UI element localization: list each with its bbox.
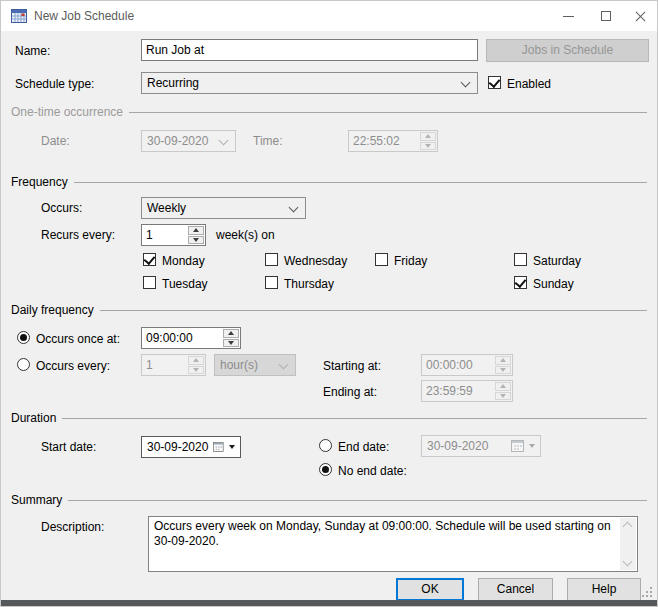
minimize-icon <box>563 16 574 17</box>
one-time-date-select: 30-09-2020 <box>141 130 236 152</box>
checkbox-monday-label: Monday <box>162 254 205 268</box>
minimize-button[interactable] <box>550 1 586 31</box>
checkbox-saturday-label: Saturday <box>533 254 581 268</box>
group-frequency-label: Frequency <box>11 175 68 189</box>
chevron-down-icon <box>289 203 299 213</box>
start-date-value: 30-09-2020 <box>147 440 208 454</box>
group-divider-line <box>68 500 647 501</box>
date-label: Date: <box>41 134 70 148</box>
description-textarea[interactable]: Occurs every week on Monday, Sunday at 0… <box>148 516 638 572</box>
occurs-once-time-value: 09:00:00 <box>146 331 193 345</box>
occurs-every-unit-value: hour(s) <box>220 358 258 372</box>
ok-button[interactable]: OK <box>396 578 464 601</box>
checkbox-friday-label: Friday <box>394 254 427 268</box>
occurs-label: Occurs: <box>41 201 82 215</box>
spin-up-button <box>188 356 204 365</box>
spin-down-button <box>495 366 511 375</box>
recurs-every-value: 1 <box>146 228 153 242</box>
scroll-down-icon <box>623 557 633 567</box>
starting-at-value: 00:00:00 <box>426 358 473 372</box>
chevron-down-icon <box>219 136 229 146</box>
group-daily-frequency-label: Daily frequency <box>11 303 94 317</box>
spin-down-button <box>420 142 436 151</box>
description-text: Occurs every week on Monday, Sunday at 0… <box>154 519 613 549</box>
arrow-down-icon <box>193 238 199 242</box>
checkbox-wednesday-label: Wednesday <box>284 254 347 268</box>
arrow-up-icon <box>500 358 506 362</box>
schedule-type-label: Schedule type: <box>15 77 94 91</box>
schedule-type-select[interactable]: Recurring <box>141 72 478 94</box>
checkbox-thursday[interactable] <box>265 276 278 289</box>
name-input[interactable] <box>141 39 478 61</box>
resize-grip[interactable] <box>650 595 652 597</box>
spin-up-button <box>495 356 511 365</box>
starting-at-spinner: 00:00:00 <box>421 354 513 376</box>
end-date-radio[interactable] <box>319 439 332 452</box>
arrow-down-icon <box>529 444 535 448</box>
spinner-buttons <box>495 382 511 400</box>
maximize-button[interactable] <box>588 1 624 31</box>
arrow-up-icon <box>228 331 234 335</box>
chevron-down-icon <box>279 360 289 370</box>
occurs-every-spinner: 1 <box>141 354 206 376</box>
ending-at-value: 23:59:59 <box>426 384 473 398</box>
new-job-schedule-dialog: New Job Schedule Name: Jobs in Schedule … <box>0 0 658 607</box>
occurs-once-radio[interactable] <box>17 331 30 344</box>
occurs-value: Weekly <box>147 201 186 215</box>
group-divider-line <box>129 112 647 113</box>
arrow-down-icon <box>193 368 199 372</box>
spin-up-button[interactable] <box>188 226 204 235</box>
group-one-time-occurrence: One-time occurrence <box>11 105 647 119</box>
recurs-every-spinner[interactable]: 1 <box>141 224 206 246</box>
title-bar[interactable]: New Job Schedule <box>1 1 657 31</box>
name-label: Name: <box>15 44 50 58</box>
spin-up-button[interactable] <box>223 329 239 338</box>
one-time-time-spinner: 22:55:02 <box>348 130 438 152</box>
spin-up-button <box>495 382 511 391</box>
occurs-every-radio[interactable] <box>17 358 30 371</box>
spinner-buttons <box>420 132 436 150</box>
arrow-up-icon <box>425 134 431 138</box>
spin-down-button[interactable] <box>188 236 204 245</box>
description-label: Description: <box>41 520 104 534</box>
group-frequency: Frequency <box>11 175 647 189</box>
occurs-select[interactable]: Weekly <box>141 197 306 219</box>
no-end-date-radio[interactable] <box>319 463 332 476</box>
checkbox-tuesday-label: Tuesday <box>162 277 208 291</box>
enabled-checkbox[interactable] <box>488 76 501 89</box>
checkbox-thursday-label: Thursday <box>284 277 334 291</box>
spinner-buttons[interactable] <box>188 226 204 244</box>
schedule-calendar-icon <box>11 8 27 24</box>
arrow-down-icon <box>500 394 506 398</box>
one-time-date-value: 30-09-2020 <box>147 134 208 148</box>
start-date-picker[interactable]: 30-09-2020 <box>141 436 241 458</box>
group-divider-line <box>100 310 647 311</box>
checkbox-friday[interactable] <box>375 253 388 266</box>
checkbox-sunday[interactable] <box>514 276 527 289</box>
checkbox-saturday[interactable] <box>514 253 527 266</box>
spinner-buttons[interactable] <box>223 329 239 347</box>
scroll-up-icon <box>623 522 633 532</box>
group-divider-line <box>74 182 647 183</box>
checkbox-wednesday[interactable] <box>265 253 278 266</box>
one-time-time-value: 22:55:02 <box>353 134 400 148</box>
starting-at-label: Starting at: <box>323 359 381 373</box>
arrow-down-icon <box>425 144 431 148</box>
calendar-icon <box>511 440 524 452</box>
jobs-in-schedule-button: Jobs in Schedule <box>486 39 649 62</box>
occurs-once-time-spinner[interactable]: 09:00:00 <box>141 327 241 349</box>
occurs-every-value: 1 <box>146 358 153 372</box>
spin-down-button[interactable] <box>223 339 239 348</box>
help-button[interactable]: Help <box>567 578 641 601</box>
spin-down-button <box>188 366 204 375</box>
end-date-label: End date: <box>338 440 389 454</box>
checkbox-tuesday[interactable] <box>143 276 156 289</box>
cancel-button[interactable]: Cancel <box>478 578 553 601</box>
schedule-type-value: Recurring <box>147 76 199 90</box>
occurs-every-label: Occurs every: <box>36 359 110 373</box>
ending-at-label: Ending at: <box>323 385 377 399</box>
arrow-down-icon <box>229 445 235 449</box>
checkmark-icon <box>144 253 156 265</box>
close-button[interactable] <box>622 1 658 31</box>
checkbox-monday[interactable] <box>143 253 156 266</box>
